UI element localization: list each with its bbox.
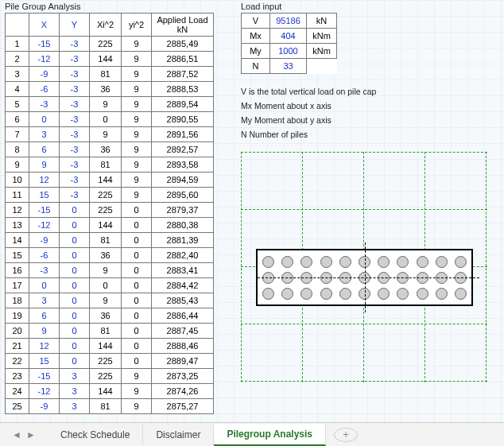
cell-y[interactable]: -3 xyxy=(60,157,90,173)
cell-y[interactable]: 0 xyxy=(60,354,90,369)
cell-x[interactable]: -9 xyxy=(29,399,60,414)
cell-x[interactable]: -12 xyxy=(29,218,60,233)
cell-y[interactable]: -3 xyxy=(60,127,90,142)
cell-x[interactable]: 3 xyxy=(29,293,60,308)
cell-load[interactable]: 2887,45 xyxy=(152,324,214,339)
cell-xi2[interactable]: 81 xyxy=(90,157,122,173)
cell-y[interactable]: 0 xyxy=(60,324,90,339)
cell-load[interactable]: 2881,39 xyxy=(152,233,214,248)
cell-yi2[interactable]: 9 xyxy=(122,369,152,384)
cell-x[interactable]: -6 xyxy=(29,82,60,97)
cell-y[interactable]: 0 xyxy=(60,248,90,263)
cell-xi2[interactable]: 144 xyxy=(90,384,122,399)
cell-x[interactable]: 12 xyxy=(29,173,60,188)
cell-y[interactable]: 3 xyxy=(60,384,90,399)
cell-i[interactable]: 12 xyxy=(6,203,29,218)
cell-yi2[interactable]: 0 xyxy=(122,278,152,293)
cell-yi2[interactable]: 9 xyxy=(122,157,152,173)
cell-load[interactable]: 2887,52 xyxy=(152,67,214,82)
cell-load[interactable]: 2890,55 xyxy=(152,112,214,127)
load-value[interactable]: 1000 xyxy=(270,44,307,59)
cell-load[interactable]: 2888,53 xyxy=(152,82,214,97)
cell-i[interactable]: 4 xyxy=(6,82,29,97)
cell-i[interactable]: 15 xyxy=(6,248,29,263)
cell-load[interactable]: 2880,38 xyxy=(152,218,214,233)
cell-y[interactable]: 0 xyxy=(60,339,90,354)
cell-y[interactable]: -3 xyxy=(60,52,90,67)
cell-x[interactable]: 15 xyxy=(29,354,60,369)
cell-load[interactable]: 2891,56 xyxy=(152,127,214,142)
cell-xi2[interactable]: 225 xyxy=(90,354,122,369)
cell-x[interactable]: -6 xyxy=(29,248,60,263)
cell-i[interactable]: 10 xyxy=(6,173,29,188)
load-label[interactable]: V xyxy=(242,14,270,29)
cell-y[interactable]: -3 xyxy=(60,188,90,203)
cell-load[interactable]: 2889,47 xyxy=(152,354,214,369)
cell-i[interactable]: 7 xyxy=(6,127,29,142)
cell-yi2[interactable]: 0 xyxy=(122,308,152,324)
cell-yi2[interactable]: 9 xyxy=(122,173,152,188)
cell-xi2[interactable]: 144 xyxy=(90,339,122,354)
cell-i[interactable]: 23 xyxy=(6,369,29,384)
cell-y[interactable]: -3 xyxy=(60,173,90,188)
load-value[interactable]: 95186 xyxy=(270,14,307,29)
cell-xi2[interactable]: 81 xyxy=(90,233,122,248)
cell-yi2[interactable]: 0 xyxy=(122,293,152,308)
cell-load[interactable]: 2875,27 xyxy=(152,399,214,414)
cell-yi2[interactable]: 0 xyxy=(122,218,152,233)
cell-load[interactable]: 2894,59 xyxy=(152,173,214,188)
cell-i[interactable]: 24 xyxy=(6,384,29,399)
cell-load[interactable]: 2892,57 xyxy=(152,142,214,157)
col-yi2[interactable]: yi^2 xyxy=(122,14,152,37)
cell-xi2[interactable]: 81 xyxy=(90,399,122,414)
load-label[interactable]: My xyxy=(242,44,270,59)
cell-load[interactable]: 2895,60 xyxy=(152,188,214,203)
cell-load[interactable]: 2889,54 xyxy=(152,97,214,112)
cell-load[interactable]: 2886,51 xyxy=(152,52,214,67)
cell-xi2[interactable]: 225 xyxy=(90,188,122,203)
chevron-right-icon[interactable]: ► xyxy=(26,429,36,440)
cell-xi2[interactable]: 0 xyxy=(90,278,122,293)
cell-i[interactable]: 16 xyxy=(6,263,29,278)
cell-yi2[interactable]: 0 xyxy=(122,203,152,218)
cell-y[interactable]: -3 xyxy=(60,37,90,52)
cell-xi2[interactable]: 36 xyxy=(90,142,122,157)
add-sheet-button[interactable]: + xyxy=(334,428,358,442)
cell-x[interactable]: 6 xyxy=(29,308,60,324)
cell-y[interactable]: 3 xyxy=(60,399,90,414)
cell-x[interactable]: -9 xyxy=(29,233,60,248)
cell-x[interactable]: -12 xyxy=(29,384,60,399)
cell-x[interactable]: -15 xyxy=(29,37,60,52)
cell-x[interactable]: -15 xyxy=(29,369,60,384)
cell-yi2[interactable]: 0 xyxy=(122,233,152,248)
cell-y[interactable]: 0 xyxy=(60,203,90,218)
cell-i[interactable]: 5 xyxy=(6,97,29,112)
cell-yi2[interactable]: 0 xyxy=(122,354,152,369)
cell-yi2[interactable]: 9 xyxy=(122,112,152,127)
cell-x[interactable]: 3 xyxy=(29,127,60,142)
cell-y[interactable]: -3 xyxy=(60,112,90,127)
cell-x[interactable]: -12 xyxy=(29,52,60,67)
cell-x[interactable]: 9 xyxy=(29,324,60,339)
cell-yi2[interactable]: 9 xyxy=(122,67,152,82)
cell-yi2[interactable]: 0 xyxy=(122,324,152,339)
cell-xi2[interactable]: 225 xyxy=(90,37,122,52)
cell-y[interactable]: 0 xyxy=(60,293,90,308)
cell-y[interactable]: -3 xyxy=(60,142,90,157)
cell-x[interactable]: 15 xyxy=(29,188,60,203)
cell-i[interactable]: 21 xyxy=(6,339,29,354)
cell-x[interactable]: 12 xyxy=(29,339,60,354)
cell-y[interactable]: 3 xyxy=(60,369,90,384)
chevron-left-icon[interactable]: ◄ xyxy=(12,429,21,440)
tab-disclaimer[interactable]: Disclaimer xyxy=(143,425,214,445)
cell-i[interactable]: 17 xyxy=(6,278,29,293)
cell-yi2[interactable]: 9 xyxy=(122,384,152,399)
cell-x[interactable]: -3 xyxy=(29,97,60,112)
cell-i[interactable]: 13 xyxy=(6,218,29,233)
cell-y[interactable]: 0 xyxy=(60,308,90,324)
cell-xi2[interactable]: 9 xyxy=(90,293,122,308)
cell-load[interactable]: 2886,44 xyxy=(152,308,214,324)
cell-i[interactable]: 22 xyxy=(6,354,29,369)
cell-i[interactable]: 14 xyxy=(6,233,29,248)
cell-xi2[interactable]: 36 xyxy=(90,308,122,324)
